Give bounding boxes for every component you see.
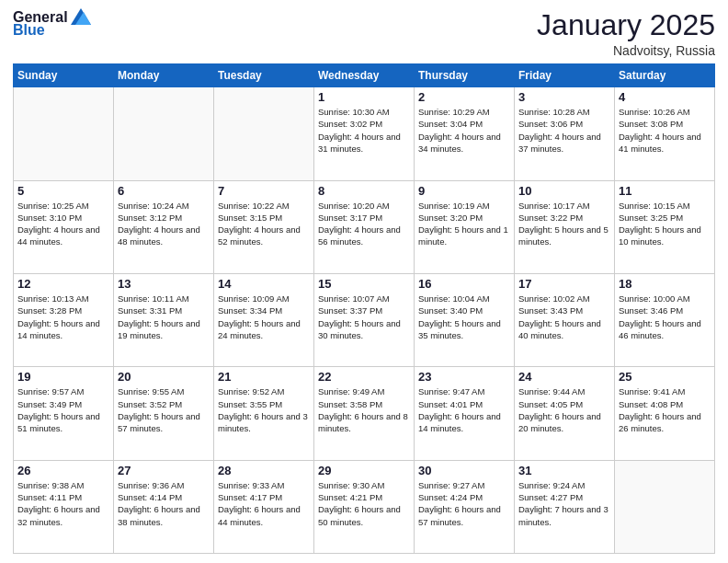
day-info: Sunrise: 9:24 AM Sunset: 4:27 PM Dayligh… [518, 479, 610, 528]
day-number: 8 [318, 184, 410, 198]
header-thursday: Thursday [415, 64, 515, 87]
day-number: 29 [318, 464, 410, 477]
header-saturday: Saturday [615, 64, 715, 87]
logo-icon [71, 8, 91, 25]
day-number: 13 [118, 277, 210, 291]
table-row [14, 87, 114, 180]
day-info: Sunrise: 10:22 AM Sunset: 3:15 PM Daylig… [218, 200, 310, 248]
day-info: Sunrise: 9:47 AM Sunset: 4:01 PM Dayligh… [418, 385, 510, 434]
header-monday: Monday [114, 64, 214, 87]
table-row: 14Sunrise: 10:09 AM Sunset: 3:34 PM Dayl… [214, 273, 314, 366]
day-number: 12 [17, 277, 109, 291]
calendar-week-row: 5Sunrise: 10:25 AM Sunset: 3:10 PM Dayli… [14, 180, 715, 273]
month-title: January 2025 [537, 9, 715, 41]
table-row: 4Sunrise: 10:26 AM Sunset: 3:08 PM Dayli… [615, 87, 715, 180]
day-number: 24 [518, 370, 610, 384]
table-row: 3Sunrise: 10:28 AM Sunset: 3:06 PM Dayli… [515, 87, 615, 180]
day-info: Sunrise: 10:26 AM Sunset: 3:08 PM Daylig… [619, 106, 711, 155]
day-info: Sunrise: 10:15 AM Sunset: 3:25 PM Daylig… [619, 200, 711, 248]
calendar-table: Sunday Monday Tuesday Wednesday Thursday… [13, 63, 715, 554]
table-row [114, 87, 214, 180]
day-number: 20 [118, 370, 210, 384]
day-number: 2 [418, 90, 510, 104]
header-wednesday: Wednesday [314, 64, 415, 87]
day-number: 3 [518, 90, 610, 104]
calendar-week-row: 26Sunrise: 9:38 AM Sunset: 4:11 PM Dayli… [14, 460, 715, 553]
table-row: 11Sunrise: 10:15 AM Sunset: 3:25 PM Dayl… [615, 180, 715, 273]
table-row [214, 87, 314, 180]
table-row: 23Sunrise: 9:47 AM Sunset: 4:01 PM Dayli… [415, 367, 515, 460]
day-info: Sunrise: 10:30 AM Sunset: 3:02 PM Daylig… [318, 106, 410, 155]
calendar-week-row: 12Sunrise: 10:13 AM Sunset: 3:28 PM Dayl… [14, 273, 715, 366]
day-number: 23 [418, 370, 510, 384]
day-info: Sunrise: 9:41 AM Sunset: 4:08 PM Dayligh… [619, 385, 711, 434]
day-info: Sunrise: 10:07 AM Sunset: 3:37 PM Daylig… [318, 293, 410, 341]
day-info: Sunrise: 10:25 AM Sunset: 3:10 PM Daylig… [17, 200, 109, 248]
table-row: 10Sunrise: 10:17 AM Sunset: 3:22 PM Dayl… [515, 180, 615, 273]
day-info: Sunrise: 10:04 AM Sunset: 3:40 PM Daylig… [418, 293, 510, 341]
day-info: Sunrise: 9:52 AM Sunset: 3:55 PM Dayligh… [218, 385, 310, 434]
header-sunday: Sunday [14, 64, 114, 87]
day-number: 10 [518, 184, 610, 198]
table-row: 21Sunrise: 9:52 AM Sunset: 3:55 PM Dayli… [214, 367, 314, 460]
table-row: 31Sunrise: 9:24 AM Sunset: 4:27 PM Dayli… [515, 460, 615, 553]
table-row: 25Sunrise: 9:41 AM Sunset: 4:08 PM Dayli… [615, 367, 715, 460]
day-info: Sunrise: 9:57 AM Sunset: 3:49 PM Dayligh… [17, 385, 109, 434]
day-info: Sunrise: 10:02 AM Sunset: 3:43 PM Daylig… [518, 293, 610, 341]
day-info: Sunrise: 9:38 AM Sunset: 4:11 PM Dayligh… [17, 479, 109, 528]
day-number: 27 [118, 464, 210, 477]
header-tuesday: Tuesday [214, 64, 314, 87]
logo: General Blue [13, 9, 91, 39]
day-info: Sunrise: 10:00 AM Sunset: 3:46 PM Daylig… [619, 293, 711, 341]
day-info: Sunrise: 10:19 AM Sunset: 3:20 PM Daylig… [418, 200, 510, 248]
title-block: January 2025 Nadvoitsy, Russia [537, 9, 715, 58]
calendar-week-row: 19Sunrise: 9:57 AM Sunset: 3:49 PM Dayli… [14, 367, 715, 460]
table-row: 24Sunrise: 9:44 AM Sunset: 4:05 PM Dayli… [515, 367, 615, 460]
table-row: 7Sunrise: 10:22 AM Sunset: 3:15 PM Dayli… [214, 180, 314, 273]
table-row: 1Sunrise: 10:30 AM Sunset: 3:02 PM Dayli… [314, 87, 415, 180]
table-row: 28Sunrise: 9:33 AM Sunset: 4:17 PM Dayli… [214, 460, 314, 553]
day-info: Sunrise: 10:29 AM Sunset: 3:04 PM Daylig… [418, 106, 510, 155]
location: Nadvoitsy, Russia [537, 43, 715, 58]
day-number: 14 [218, 277, 310, 291]
day-number: 9 [418, 184, 510, 198]
day-info: Sunrise: 10:20 AM Sunset: 3:17 PM Daylig… [318, 200, 410, 248]
table-row: 5Sunrise: 10:25 AM Sunset: 3:10 PM Dayli… [14, 180, 114, 273]
day-info: Sunrise: 10:28 AM Sunset: 3:06 PM Daylig… [518, 106, 610, 155]
table-row: 8Sunrise: 10:20 AM Sunset: 3:17 PM Dayli… [314, 180, 415, 273]
table-row: 22Sunrise: 9:49 AM Sunset: 3:58 PM Dayli… [314, 367, 415, 460]
logo-blue: Blue [13, 22, 45, 39]
day-number: 22 [318, 370, 410, 384]
header-friday: Friday [515, 64, 615, 87]
calendar-week-row: 1Sunrise: 10:30 AM Sunset: 3:02 PM Dayli… [14, 87, 715, 180]
day-info: Sunrise: 9:27 AM Sunset: 4:24 PM Dayligh… [418, 479, 510, 528]
day-number: 30 [418, 464, 510, 477]
day-number: 25 [619, 370, 711, 384]
day-number: 31 [518, 464, 610, 477]
page: General Blue January 2025 Nadvoitsy, Rus… [0, 0, 728, 563]
day-number: 21 [218, 370, 310, 384]
day-info: Sunrise: 9:33 AM Sunset: 4:17 PM Dayligh… [218, 479, 310, 528]
day-info: Sunrise: 9:55 AM Sunset: 3:52 PM Dayligh… [118, 385, 210, 434]
day-number: 5 [17, 184, 109, 198]
day-info: Sunrise: 10:17 AM Sunset: 3:22 PM Daylig… [518, 200, 610, 248]
day-info: Sunrise: 9:44 AM Sunset: 4:05 PM Dayligh… [518, 385, 610, 434]
table-row: 19Sunrise: 9:57 AM Sunset: 3:49 PM Dayli… [14, 367, 114, 460]
day-info: Sunrise: 10:09 AM Sunset: 3:34 PM Daylig… [218, 293, 310, 341]
table-row: 15Sunrise: 10:07 AM Sunset: 3:37 PM Dayl… [314, 273, 415, 366]
table-row: 16Sunrise: 10:04 AM Sunset: 3:40 PM Dayl… [415, 273, 515, 366]
table-row: 29Sunrise: 9:30 AM Sunset: 4:21 PM Dayli… [314, 460, 415, 553]
day-number: 19 [17, 370, 109, 384]
day-info: Sunrise: 10:24 AM Sunset: 3:12 PM Daylig… [118, 200, 210, 248]
day-info: Sunrise: 9:30 AM Sunset: 4:21 PM Dayligh… [318, 479, 410, 528]
day-number: 18 [619, 277, 711, 291]
day-number: 16 [418, 277, 510, 291]
table-row: 27Sunrise: 9:36 AM Sunset: 4:14 PM Dayli… [114, 460, 214, 553]
table-row: 30Sunrise: 9:27 AM Sunset: 4:24 PM Dayli… [415, 460, 515, 553]
table-row: 13Sunrise: 10:11 AM Sunset: 3:31 PM Dayl… [114, 273, 214, 366]
day-info: Sunrise: 9:49 AM Sunset: 3:58 PM Dayligh… [318, 385, 410, 434]
day-number: 17 [518, 277, 610, 291]
day-info: Sunrise: 10:13 AM Sunset: 3:28 PM Daylig… [17, 293, 109, 341]
day-number: 11 [619, 184, 711, 198]
table-row: 9Sunrise: 10:19 AM Sunset: 3:20 PM Dayli… [415, 180, 515, 273]
